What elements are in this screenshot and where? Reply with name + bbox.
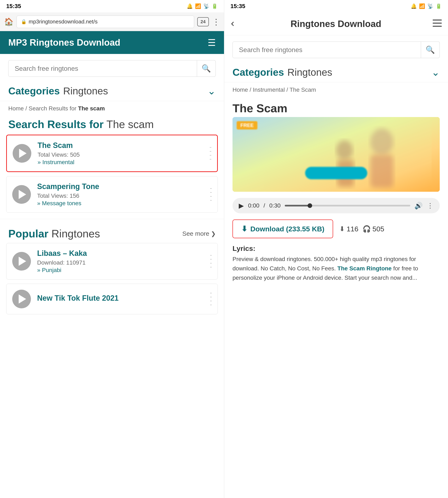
right-battery-icon: 🔋 [435,3,442,9]
browser-menu-icon[interactable]: ⋮ [212,17,220,27]
right-breadcrumb-instrumental[interactable]: Instrumental [253,86,285,93]
back-arrow-icon[interactable]: ⌄ [229,19,241,28]
left-categories-label: Categories Ringtones [8,85,108,97]
popular-card-1[interactable]: Libaas – Kaka Download: 110971 Punjabi [6,243,218,280]
result-card-2[interactable]: Scampering Tone Total Views: 156 Message… [6,176,218,213]
popular-play-button-1[interactable] [12,252,31,271]
left-hamburger-icon[interactable]: ☰ [208,37,216,48]
popular-drag-handle-2 [210,293,212,305]
drag-handle-2 [210,188,212,201]
right-breadcrumb-current: The Scam [289,86,316,93]
download-section: ⬇ Download (233.55 KB) ⬇ 116 🎧 505 [224,217,448,242]
right-breadcrumb-home[interactable]: Home [233,86,248,93]
right-search-button[interactable]: 🔍 [421,41,440,58]
right-categories-header[interactable]: Categories Ringtones ⌄ [224,64,448,82]
stat-download-count: ⬇ 116 [339,225,358,233]
breadcrumb-home[interactable]: Home [8,105,24,112]
right-search-input[interactable] [233,41,421,58]
stat-view-number: 505 [372,225,384,233]
left-status-bar: 15:35 🔔 📶 📡 🔋 [0,0,224,13]
stat-download-icon: ⬇ [339,225,345,233]
lock-icon: 🔒 [21,19,27,24]
right-categories-chevron-icon[interactable]: ⌄ [432,66,440,78]
browser-tab-count[interactable]: 24 [197,17,209,26]
image-badge: FREE [237,121,257,130]
popular-light: Ringtones [51,228,100,240]
popular-play-icon-1 [19,257,26,266]
browser-url-text: mp3ringtonesdownload.net/s [29,18,97,25]
lyrics-label: Lyrics: [224,242,448,255]
left-categories-chevron-icon[interactable]: ⌄ [208,85,216,97]
browser-url-bar[interactable]: 🔒 mp3ringtonesdownload.net/s [16,16,194,28]
detail-image: FREE [233,117,440,192]
left-signal-icon: 📡 [203,3,209,9]
left-categories-header[interactable]: Categories Ringtones ⌄ [0,83,224,101]
svg-rect-0 [433,19,442,20]
left-categories-light: Ringtones [63,85,108,97]
left-battery-icon: 🔋 [211,3,218,9]
right-nav-menu-icon[interactable] [433,19,442,29]
card-category-1[interactable]: Instrumental [38,159,204,166]
svg-rect-2 [433,26,442,27]
player-time-separator: / [264,202,265,209]
popular-downloads-1: Download: 110971 [37,259,204,266]
left-app-title: MP3 Ringtones Download [8,37,120,48]
player-scrubber-dot[interactable] [308,203,312,208]
popular-drag-handle-1 [210,255,212,267]
download-button-label: Download (233.55 KB) [250,225,324,233]
lyrics-text-link[interactable]: The Scam Ringtone [337,265,392,272]
browser-home-icon[interactable]: 🏠 [4,17,14,26]
left-wifi-icon: 📶 [195,3,201,9]
right-categories-light: Ringtones [288,67,332,78]
player-play-button[interactable]: ▶ [239,202,244,210]
right-categories-bold: Categories [233,67,284,78]
popular-title: Popular Ringtones [8,227,100,240]
left-categories-bold: Categories [8,85,60,97]
results-heading-light: The scam [106,118,154,130]
left-panel: 15:35 🔔 📶 📡 🔋 🏠 🔒 mp3ringtonesdownload.n… [0,0,224,498]
right-topnav: ⌄ Ringtones Download [224,13,448,35]
player-more-icon[interactable]: ⋮ [427,202,433,210]
player-progress-bar[interactable] [285,205,410,206]
right-status-icons: 🔔 📶 📡 🔋 [411,3,442,9]
popular-play-button-2[interactable] [12,290,31,308]
card-category-2[interactable]: Message tones [37,200,204,207]
play-button-1[interactable] [13,144,31,163]
breadcrumb-query: The scam [78,105,105,112]
divider-1 [0,219,224,219]
left-browser-bar: 🏠 🔒 mp3ringtonesdownload.net/s 24 ⋮ [0,13,224,31]
left-notification-icon: 🔔 [187,3,193,9]
result-card-1[interactable]: The Scam Total Views: 505 Instrumental [6,135,218,172]
see-more-button[interactable]: See more ❯ [182,230,216,237]
player-duration: 0:30 [269,202,281,209]
left-search-button[interactable]: 🔍 [197,60,216,77]
right-search-container: 🔍 [224,35,448,64]
right-breadcrumb: Home / Instrumental / The Scam [224,82,448,97]
right-status-time: 15:35 [230,3,245,10]
detail-image-overlay: FREE [233,117,440,192]
left-search-container: 🔍 [0,54,224,83]
card-views-1: Total Views: 505 [38,151,204,158]
popular-card-2[interactable]: New Tik Tok Flute 2021 [6,284,218,314]
left-app-header: MP3 Ringtones Download ☰ [0,31,224,54]
player-bar-fill [285,205,310,206]
play-button-2[interactable] [12,185,31,204]
player-volume-icon[interactable]: 🔊 [415,202,423,210]
left-search-input[interactable] [8,60,197,77]
popular-info-2: New Tik Tok Flute 2021 [37,294,204,304]
right-wifi-icon: 📶 [419,3,425,9]
card-views-2: Total Views: 156 [37,193,204,199]
detail-title: The Scam [224,97,448,117]
see-more-arrow-icon: ❯ [211,230,216,237]
breadcrumb-sep1: / [25,105,29,112]
stat-view-count: 🎧 505 [363,225,384,233]
left-status-icons: 🔔 📶 📡 🔋 [187,3,218,9]
stat-download-number: 116 [347,225,358,233]
see-more-label: See more [182,230,209,237]
stat-view-icon: 🎧 [363,225,371,233]
right-breadcrumb-sep1: / [250,86,253,93]
download-button[interactable]: ⬇ Download (233.55 KB) [233,219,333,238]
popular-category-1[interactable]: Punjabi [37,267,204,273]
audio-player: ▶ 0:00 / 0:30 🔊 ⋮ [233,198,440,213]
right-panel: 15:35 🔔 📶 📡 🔋 ⌄ Ringtones Download 🔍 Cat… [224,0,448,498]
